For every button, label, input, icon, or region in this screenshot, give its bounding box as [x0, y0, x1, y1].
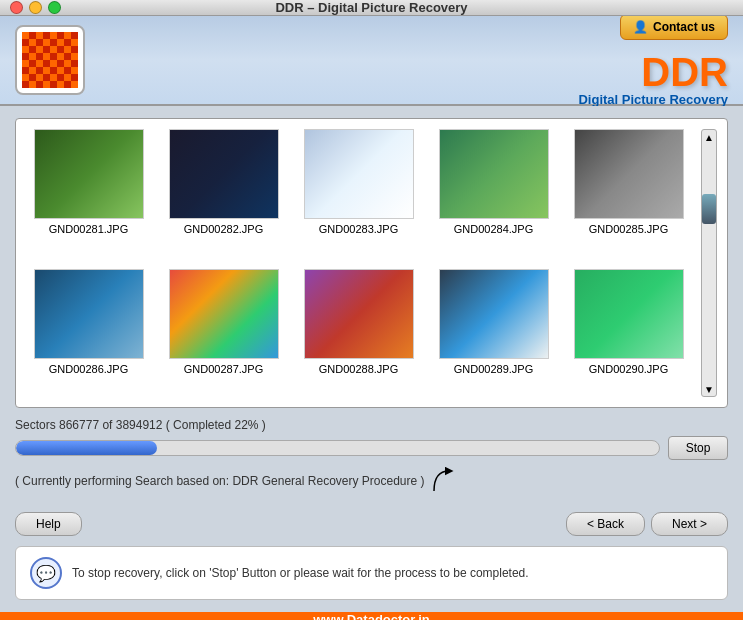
thumbnail-label: GND00283.JPG — [319, 223, 398, 235]
thumbnail-item[interactable]: GND00282.JPG — [161, 129, 286, 259]
thumbnail-item[interactable]: GND00285.JPG — [566, 129, 691, 259]
thumbnail-panel: GND00281.JPGGND00282.JPGGND00283.JPGGND0… — [15, 118, 728, 408]
app-logo — [15, 25, 85, 95]
main-content: GND00281.JPGGND00282.JPGGND00283.JPGGND0… — [0, 106, 743, 612]
thumbnail-image — [304, 269, 414, 359]
window-title: DDR – Digital Picture Recovery — [275, 0, 467, 15]
person-icon: 👤 — [633, 20, 648, 34]
logo-pattern-icon — [22, 32, 78, 88]
thumbnail-image — [574, 269, 684, 359]
thumbnail-item[interactable]: GND00283.JPG — [296, 129, 421, 259]
thumbnail-image — [439, 129, 549, 219]
navigation-buttons: Help < Back Next > — [15, 512, 728, 536]
close-button[interactable] — [10, 1, 23, 14]
thumbnail-label: GND00286.JPG — [49, 363, 128, 375]
ddr-logo-text: DDR — [578, 52, 728, 92]
progress-bar-background — [15, 440, 660, 456]
thumbnail-label: GND00289.JPG — [454, 363, 533, 375]
thumbnail-image — [574, 129, 684, 219]
nav-button-group: < Back Next > — [566, 512, 728, 536]
thumbnail-image — [439, 269, 549, 359]
footer-url: www.Datadoctor.in — [313, 612, 430, 620]
thumbnail-item[interactable]: GND00290.JPG — [566, 269, 691, 399]
thumbnail-image — [304, 129, 414, 219]
thumbnail-label: GND00284.JPG — [454, 223, 533, 235]
help-button[interactable]: Help — [15, 512, 82, 536]
thumbnail-grid: GND00281.JPGGND00282.JPGGND00283.JPGGND0… — [26, 129, 693, 397]
current-operation: ( Currently performing Search based on: … — [15, 466, 728, 496]
stop-button[interactable]: Stop — [668, 436, 728, 460]
thumbnail-image — [169, 129, 279, 219]
footer: www.Datadoctor.in — [0, 612, 743, 620]
scrollbar[interactable]: ▲ ▼ — [701, 129, 717, 397]
arrow-annotation-icon — [429, 466, 469, 496]
info-box: 💬 To stop recovery, click on 'Stop' Butt… — [15, 546, 728, 600]
thumbnail-image — [34, 129, 144, 219]
title-bar: DDR – Digital Picture Recovery — [0, 0, 743, 16]
scroll-thumb[interactable] — [702, 194, 716, 224]
thumbnail-image — [169, 269, 279, 359]
app-subtitle: Digital Picture Recovery — [578, 92, 728, 107]
next-button[interactable]: Next > — [651, 512, 728, 536]
thumbnail-label: GND00285.JPG — [589, 223, 668, 235]
thumbnail-label: GND00287.JPG — [184, 363, 263, 375]
maximize-button[interactable] — [48, 1, 61, 14]
thumbnail-item[interactable]: GND00284.JPG — [431, 129, 556, 259]
progress-bar-fill — [16, 441, 157, 455]
svg-rect-4 — [22, 32, 78, 88]
app-window: DDR – Digital Picture Recovery 👤 — [0, 0, 743, 620]
back-button[interactable]: < Back — [566, 512, 645, 536]
thumbnail-item[interactable]: GND00288.JPG — [296, 269, 421, 399]
app-header: 👤 Contact us DDR Digital Picture Recover… — [0, 16, 743, 106]
thumbnail-label: GND00281.JPG — [49, 223, 128, 235]
contact-button[interactable]: 👤 Contact us — [620, 14, 728, 40]
progress-row: Stop — [15, 436, 728, 460]
thumbnail-item[interactable]: GND00289.JPG — [431, 269, 556, 399]
thumbnail-item[interactable]: GND00287.JPG — [161, 269, 286, 399]
sectors-text: Sectors 866777 of 3894912 ( Completed 22… — [15, 418, 728, 432]
thumbnail-item[interactable]: GND00281.JPG — [26, 129, 151, 259]
info-message: To stop recovery, click on 'Stop' Button… — [72, 566, 529, 580]
thumbnail-label: GND00288.JPG — [319, 363, 398, 375]
scroll-down-icon[interactable]: ▼ — [702, 382, 716, 396]
thumbnail-image — [34, 269, 144, 359]
thumbnail-label: GND00282.JPG — [184, 223, 263, 235]
info-icon: 💬 — [30, 557, 62, 589]
scroll-up-icon[interactable]: ▲ — [702, 130, 716, 144]
progress-area: Sectors 866777 of 3894912 ( Completed 22… — [15, 418, 728, 504]
minimize-button[interactable] — [29, 1, 42, 14]
thumbnail-item[interactable]: GND00286.JPG — [26, 269, 151, 399]
thumbnail-label: GND00290.JPG — [589, 363, 668, 375]
window-controls — [10, 1, 61, 14]
